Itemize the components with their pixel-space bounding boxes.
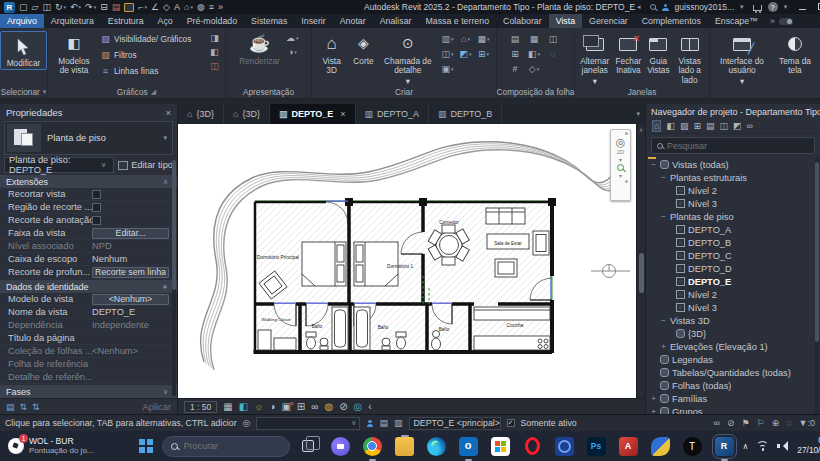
autocad-icon[interactable]: A [619,437,638,456]
sort-default-icon[interactable]: ▤ [6,402,15,412]
tab-pre-moldado[interactable]: Pré-moldado [180,14,244,28]
restore-button[interactable] [815,2,820,12]
tree-plantas-de-piso[interactable]: −Plantas de piso [646,210,820,223]
tab-gerenciar[interactable]: Gerenciar [582,14,635,28]
minimize-button[interactable] [796,2,809,12]
tree-familias[interactable]: +Famílias [646,392,820,405]
tab-enscape[interactable]: Enscape™ [708,14,765,28]
drawing-canvas[interactable]: Dormitório Principal Dormitório 1 Comedo… [178,124,645,398]
wifi-icon[interactable] [756,441,769,451]
browser-home-icon[interactable]: ⌂ [652,120,661,132]
tab-views-button[interactable]: Guia Vistas [645,31,671,77]
new-sheet-icon[interactable]: ▤ [508,33,523,45]
view-tab-overflow-icon[interactable]: ▾ [631,104,645,124]
room-label-comedor[interactable]: Comedor [439,220,459,225]
render-button[interactable]: ☕ Renderizar [237,31,282,67]
properties-close-icon[interactable]: × [165,107,171,118]
worksharing-display-icon[interactable]: ◎ [354,401,363,413]
tab-anotar[interactable]: Anotar [333,14,373,28]
main-model-icon[interactable]: ▥ [394,418,403,428]
caixa-escopo-value[interactable]: Nenhum [92,254,177,264]
tree-nivel-2-piso[interactable]: Nível 2 [646,288,820,301]
background-process-icon[interactable]: ◌ [786,418,791,428]
section-extensoes[interactable]: Extensões∧ [0,175,177,188]
store-cart-icon[interactable] [753,5,762,11]
volume-icon[interactable] [777,441,789,451]
browser-search-box[interactable] [651,137,815,154]
tab-aco[interactable]: Aço [151,14,180,28]
room-label-bano-1[interactable]: Baño [312,324,323,329]
view-templates-button[interactable]: ◧ Modelos de vista [51,31,97,77]
group-label-composicao[interactable]: Composição da folha [497,86,574,98]
tree-depto-b[interactable]: DEPTO_B [646,236,820,249]
view-3d-button[interactable]: ⌂ Vista 3D [315,31,348,77]
drag-elements-icon[interactable]: ⊕ [772,418,780,428]
duplicate-view-icon[interactable]: ◫▾ [440,48,455,60]
scope-box-icon[interactable]: ▣▾ [440,63,455,75]
group-label-janelas[interactable]: Janelas [575,87,709,98]
instance-selector[interactable]: Planta de piso: DEPTO_E∨ [4,157,114,173]
visibility-graphics-button[interactable]: ▨Visibilidade/ Gráficos [100,32,204,46]
wing-app-icon[interactable] [651,437,670,456]
print-icon[interactable]: ⊟ [100,2,108,12]
zoom-region-icon[interactable] [617,164,624,171]
reveal-constraints-icon[interactable]: ⊘ [339,401,347,413]
room-label-cocinha[interactable]: Cocinha [507,323,524,328]
steering-wheel-icon[interactable]: ◎ [616,136,626,148]
design-options-icon[interactable]: ▤ [379,418,388,428]
user-dropdown-icon[interactable]: ▾ [740,3,747,11]
text-icon[interactable]: A [174,2,180,12]
tab-analisar[interactable]: Analisar [373,14,419,28]
modify-select-icon[interactable] [124,3,134,12]
collapse-viewbar-icon[interactable]: ‹ [368,401,371,413]
grid-sheet-icon[interactable]: # [508,63,523,75]
browser-groups-icon[interactable]: ◩ [733,121,742,131]
guide-grid-icon[interactable]: ⊞ [508,48,523,60]
drafting-view-icon[interactable]: ▦▾ [476,33,491,45]
tab-sistemas[interactable]: Sistemas [244,14,294,28]
reveal-hidden-elements-icon[interactable]: ∞ [311,401,318,413]
floor-plan-svg[interactable]: Dormitório Principal Dormitório 1 Comedo… [178,124,636,398]
tree-folhas[interactable]: Folhas (todas) [646,379,820,392]
room-label-sala-de-estar[interactable]: Sala de Estar [494,241,522,246]
tab-estrutura[interactable]: Estrutura [101,14,151,28]
widgets-button[interactable]: 1 WOL - BUR Pontuação do jo... [8,437,112,456]
type-selector[interactable]: Planta de piso ▾ [4,121,173,155]
tree-vistas-todas[interactable]: −Vistas (todas) [646,158,820,171]
regiao-recorte-checkbox[interactable] [92,203,101,212]
signed-in-user[interactable]: guissnoy2015... [675,2,735,12]
expand-qat-icon[interactable]: » [218,2,223,12]
steering-wheel-dropdown-icon[interactable]: ▾ [619,156,622,163]
default-3d-icon[interactable]: ◍ [197,2,205,12]
faixa-vista-edit-button[interactable]: Editar... [92,228,169,239]
tree-nivel-3[interactable]: Nível 3 [646,197,820,210]
tree-tabelas[interactable]: Tabelas/Quantidades (todas) [646,366,820,379]
edge-icon[interactable] [427,437,446,456]
tab-complementos[interactable]: Complementos [635,14,708,28]
chat-app-icon[interactable] [331,437,350,456]
switch-windows-button[interactable]: Alternar janelas ▾ [578,31,612,87]
microsoft-store-icon[interactable] [491,437,510,456]
dimension-icon[interactable]: ⌐ [138,2,147,12]
room-label-dormitorio-principal[interactable]: Dormitório Principal [257,255,299,260]
workset-dropdown[interactable]: ∨ [256,417,360,430]
tree-elevacoes[interactable]: +Elevações (Elevação 1) [646,340,820,353]
tab-arquivo[interactable]: Arquivo [0,14,44,28]
help-icon[interactable]: ? [768,2,778,12]
save-icon[interactable]: ◫ [42,2,51,12]
browser-legends-icon[interactable]: ▨ [680,121,689,131]
room-label-walking-closet[interactable]: Walking Closet [261,317,291,322]
title-caret-icon[interactable]: ◂ [637,3,644,11]
legends-icon[interactable]: ◩▾ [458,48,473,60]
section-dados-identidade[interactable]: Dados de identidade∗ [0,280,177,293]
show-crop-region-icon[interactable]: ⊞ [297,401,305,413]
tab-inserir[interactable]: Inserir [294,14,332,28]
recorte-profundidade-button[interactable]: Recorte sem linha [92,267,169,278]
tree-depto-a[interactable]: DEPTO_A [646,223,820,236]
photoshop-icon[interactable]: Ps [587,437,606,456]
tray-chevron-icon[interactable]: ∧ [743,442,749,451]
open-icon[interactable]: ▱ [32,2,39,12]
view-tab-depto-b[interactable]: ▥DEPTO_B [429,104,502,124]
home-icon[interactable]: ⌂ [184,2,193,12]
browser-search-input[interactable] [667,141,809,151]
